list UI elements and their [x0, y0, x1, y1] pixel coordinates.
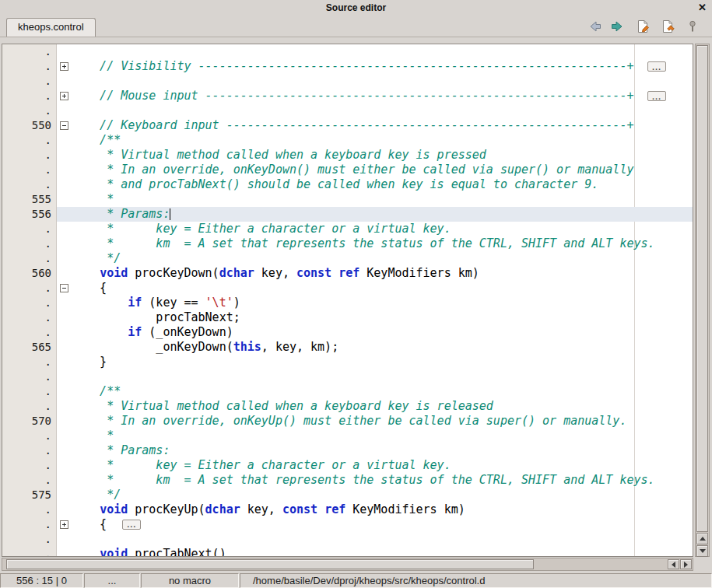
gutter-dot[interactable]: .: [2, 369, 57, 384]
code-text[interactable]: }: [72, 355, 693, 369]
fold-plus-icon[interactable]: [60, 62, 68, 71]
code-line[interactable]: . /**: [2, 133, 693, 148]
code-text[interactable]: void procKeyUp(dchar key, const ref KeyM…: [72, 502, 693, 517]
scroll-down-button[interactable]: [696, 545, 708, 557]
code-text[interactable]: * km = A set that represents the status …: [72, 473, 693, 488]
gutter-dot[interactable]: .: [2, 399, 57, 414]
fold-ellipsis-badge[interactable]: ...: [647, 91, 666, 101]
code-text[interactable]: * key = Either a character or a virtual …: [72, 458, 693, 473]
code-line[interactable]: . /**: [2, 384, 693, 399]
code-text[interactable]: if (_onKeyDown): [72, 325, 693, 340]
code-line[interactable]: . *: [2, 429, 693, 443]
gutter-dot[interactable]: .: [2, 222, 57, 236]
gutter-dot[interactable]: .: [2, 473, 57, 488]
line-number[interactable]: 575: [2, 488, 57, 502]
code-line[interactable]: . * key = Either a character or a virtua…: [2, 222, 693, 236]
gutter-dot[interactable]: .: [2, 325, 57, 340]
code-line[interactable]: . * Virtual method called when a keyboar…: [2, 399, 693, 414]
gutter-dot[interactable]: .: [2, 251, 57, 266]
code-text[interactable]: * Params:: [72, 207, 693, 222]
fold-margin[interactable]: [57, 310, 72, 325]
fold-margin[interactable]: [57, 236, 72, 251]
gutter-dot[interactable]: .: [2, 103, 57, 118]
fold-margin[interactable]: [57, 133, 72, 148]
code-line[interactable]: . * and procTabNext() should be called w…: [2, 177, 693, 192]
fold-ellipsis-badge[interactable]: ...: [647, 61, 666, 72]
code-text[interactable]: */: [72, 488, 693, 502]
code-text[interactable]: [72, 44, 693, 59]
code-line[interactable]: 575 */: [2, 488, 693, 502]
code-line[interactable]: 556 * Params:: [2, 207, 693, 222]
tab-kheops-control[interactable]: kheops.control: [6, 18, 96, 37]
code-line[interactable]: .: [2, 103, 693, 118]
code-text[interactable]: * In an override, onKeyDown() must eithe…: [72, 163, 693, 177]
code-text[interactable]: /**: [72, 384, 693, 399]
code-line[interactable]: . * Params:: [2, 443, 693, 458]
code-text[interactable]: {: [72, 281, 693, 296]
fold-margin[interactable]: [57, 103, 72, 118]
code-text[interactable]: if (key == '\t'): [72, 296, 693, 310]
code-line[interactable]: . // Mouse input -----------------------…: [2, 89, 693, 103]
save-file-as-button[interactable]: [659, 18, 676, 35]
gutter-dot[interactable]: .: [2, 74, 57, 89]
save-file-button[interactable]: [634, 18, 651, 35]
horizontal-scrollbar[interactable]: [2, 558, 693, 571]
fold-margin[interactable]: [57, 222, 72, 236]
fold-margin[interactable]: [57, 74, 72, 89]
vertical-scrollbar-thumb[interactable]: [696, 45, 708, 532]
gutter-dot[interactable]: .: [2, 133, 57, 148]
gutter-dot[interactable]: .: [2, 89, 57, 103]
code-line[interactable]: 570 * In an override, onKeyUp() must eit…: [2, 414, 693, 429]
gutter-dot[interactable]: .: [2, 44, 57, 59]
fold-margin[interactable]: [57, 399, 72, 414]
gutter-dot[interactable]: .: [2, 296, 57, 310]
fold-margin[interactable]: [57, 340, 72, 355]
code-line[interactable]: 565 _onKeyDown(this, key, km);: [2, 340, 693, 355]
gutter-dot[interactable]: .: [2, 163, 57, 177]
code-line[interactable]: . * km = A set that represents the statu…: [2, 236, 693, 251]
code-text[interactable]: * Virtual method called when a keyboard …: [72, 399, 693, 414]
scroll-up-button[interactable]: [696, 533, 708, 544]
fold-margin[interactable]: [57, 118, 72, 133]
line-number[interactable]: 570: [2, 414, 57, 429]
code-line[interactable]: . */: [2, 251, 693, 266]
scroll-left-button[interactable]: [668, 559, 679, 569]
line-number[interactable]: 556: [2, 207, 57, 222]
code-text[interactable]: [72, 103, 693, 118]
gutter-dot[interactable]: .: [2, 443, 57, 458]
code-text[interactable]: void procKeyDown(dchar key, const ref Ke…: [72, 266, 693, 281]
navigate-forward-button[interactable]: [609, 18, 626, 35]
fold-margin[interactable]: [57, 517, 72, 532]
code-text[interactable]: * In an override, onKeyUp() must either …: [72, 414, 693, 429]
code-line[interactable]: . * km = A set that represents the statu…: [2, 473, 693, 488]
gutter-dot[interactable]: .: [2, 310, 57, 325]
code-text[interactable]: [72, 369, 693, 384]
code-line[interactable]: .: [2, 532, 693, 547]
fold-margin[interactable]: [57, 547, 72, 557]
line-number[interactable]: 565: [2, 340, 57, 355]
fold-margin[interactable]: [57, 355, 72, 369]
gutter-dot[interactable]: .: [2, 547, 57, 557]
fold-margin[interactable]: [57, 414, 72, 429]
code-text[interactable]: procTabNext;: [72, 310, 693, 325]
code-text[interactable]: // Visibility --------------------------…: [72, 59, 693, 74]
code-text[interactable]: *: [72, 429, 693, 443]
fold-plus-icon[interactable]: [60, 92, 68, 100]
fold-margin[interactable]: [57, 473, 72, 488]
fold-margin[interactable]: [57, 207, 72, 222]
fold-margin[interactable]: [57, 44, 72, 59]
fold-plus-icon[interactable]: [60, 520, 68, 529]
gutter-dot[interactable]: .: [2, 148, 57, 163]
fold-minus-icon[interactable]: [60, 284, 68, 292]
code-line[interactable]: . * Virtual method called when a keyboar…: [2, 148, 693, 163]
code-text[interactable]: [72, 74, 693, 89]
code-text[interactable]: */: [72, 251, 693, 266]
fold-minus-icon[interactable]: [60, 121, 68, 130]
fold-margin[interactable]: [57, 488, 72, 502]
code-line[interactable]: . * In an override, onKeyDown() must eit…: [2, 163, 693, 177]
code-text[interactable]: // Keyboard input ----------------------…: [72, 118, 693, 133]
code-text[interactable]: * km = A set that represents the status …: [72, 236, 693, 251]
code-line[interactable]: . // Visibility ------------------------…: [2, 59, 693, 74]
code-line[interactable]: . void procKeyUp(dchar key, const ref Ke…: [2, 502, 693, 517]
scroll-right-button[interactable]: [680, 559, 692, 569]
